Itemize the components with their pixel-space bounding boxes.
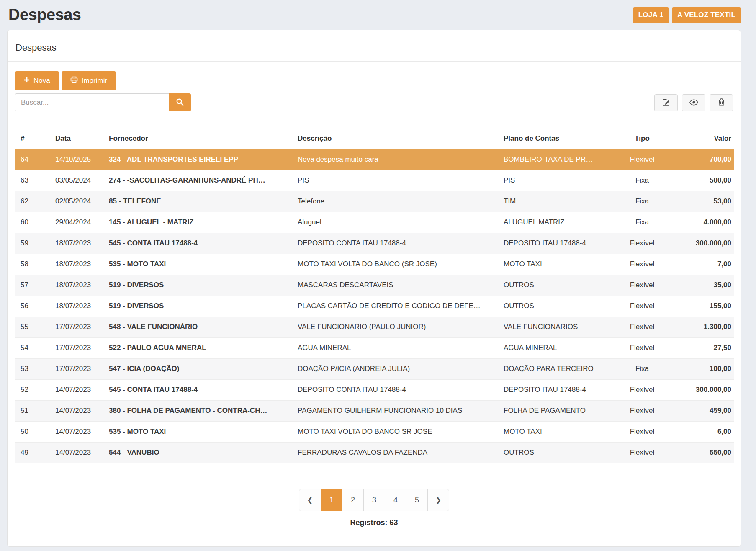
- page-button-2[interactable]: 2: [342, 489, 363, 511]
- cell-valor: 1.300,00: [667, 317, 734, 337]
- table-row[interactable]: 5114/07/2023380 - FOLHA DE PAGAMENTO - C…: [15, 400, 734, 421]
- col-header-tipo[interactable]: Tipo: [617, 128, 667, 149]
- delete-button[interactable]: [710, 94, 733, 111]
- cell-data: 18/07/2023: [52, 254, 105, 275]
- table-row[interactable]: 5918/07/2023545 - CONTA ITAU 17488-4DEPO…: [15, 233, 734, 254]
- cell-data: 14/07/2023: [52, 421, 105, 442]
- edit-button[interactable]: [654, 94, 678, 111]
- cell-plano: ALUGUEL MATRIZ: [500, 212, 617, 233]
- controls-row: [15, 93, 733, 111]
- cell-plano: AGUA MINERAL: [500, 337, 617, 358]
- cell-descricao: PIS: [294, 170, 500, 191]
- cell-descricao: MOTO TAXI VOLTA DO BANCO (SR JOSE): [294, 254, 500, 275]
- cell-tipo: Flexível: [617, 421, 667, 442]
- cell-fornecedor: 547 - ICIA (DOAÇÃO): [105, 358, 294, 379]
- cell-plano: FOLHA DE PAGAMENTO: [500, 400, 617, 421]
- cell-tipo: Flexível: [617, 317, 667, 337]
- page-button-3[interactable]: 3: [363, 489, 385, 511]
- plus-icon: [24, 77, 30, 85]
- col-header-plano[interactable]: Plano de Contas: [500, 128, 617, 149]
- cell-plano: TIM: [500, 191, 617, 212]
- cell-id: 56: [15, 296, 52, 317]
- search-group: [15, 93, 191, 111]
- table-row[interactable]: 6303/05/2024274 - -SACOLITAS-GARANHUNS-A…: [15, 170, 734, 191]
- company-badge[interactable]: A VELOZ TEXTIL: [672, 7, 741, 23]
- nova-button[interactable]: Nova: [15, 71, 59, 90]
- cell-fornecedor: 522 - PAULO AGUA MNERAL: [105, 337, 294, 358]
- cell-data: 14/07/2023: [52, 379, 105, 400]
- next-page-button[interactable]: ❯: [427, 489, 449, 511]
- table-row[interactable]: 6202/05/202485 - TELEFONETelefoneTIMFixa…: [15, 191, 734, 212]
- chevron-left-icon: ❮: [307, 496, 313, 504]
- table-row[interactable]: 5014/07/2023535 - MOTO TAXIMOTO TAXI VOL…: [15, 421, 734, 442]
- cell-tipo: Flexível: [617, 296, 667, 317]
- cell-data: 14/10/2025: [52, 149, 105, 170]
- printer-icon: [70, 76, 78, 85]
- table-row[interactable]: 5618/07/2023519 - DIVERSOSPLACAS CARTÃO …: [15, 296, 734, 317]
- cell-descricao: MOTO TAXI VOLTA DO BANCO SR JOSE: [294, 421, 500, 442]
- cell-valor: 27,50: [667, 337, 734, 358]
- cell-fornecedor: 545 - CONTA ITAU 17488-4: [105, 379, 294, 400]
- cell-data: 17/07/2023: [52, 317, 105, 337]
- view-button[interactable]: [682, 94, 705, 111]
- cell-fornecedor: 85 - TELEFONE: [105, 191, 294, 212]
- cell-id: 50: [15, 421, 52, 442]
- cell-data: 02/05/2024: [52, 191, 105, 212]
- toolbar: Nova Imprimir: [15, 71, 733, 90]
- cell-descricao: Nova despesa muito cara: [294, 149, 500, 170]
- cell-fornecedor: 145 - ALUGUEL - MATRIZ: [105, 212, 294, 233]
- table-row[interactable]: 5818/07/2023535 - MOTO TAXIMOTO TAXI VOL…: [15, 254, 734, 275]
- cell-valor: 4.000,00: [667, 212, 734, 233]
- table-row[interactable]: 5417/07/2023522 - PAULO AGUA MNERALAGUA …: [15, 337, 734, 358]
- cell-id: 52: [15, 379, 52, 400]
- col-header-valor[interactable]: Valor: [667, 128, 734, 149]
- expenses-panel: Despesas Nova Imprimir: [7, 30, 741, 547]
- cell-data: 18/07/2023: [52, 275, 105, 296]
- cell-valor: 459,00: [667, 400, 734, 421]
- table-row[interactable]: 5517/07/2023548 - VALE FUNCIONÁRIOVALE F…: [15, 317, 734, 337]
- cell-fornecedor: 548 - VALE FUNCIONÁRIO: [105, 317, 294, 337]
- page-button-5[interactable]: 5: [406, 489, 427, 511]
- imprimir-button[interactable]: Imprimir: [62, 71, 116, 90]
- cell-plano: OUTROS: [500, 442, 617, 463]
- table-row[interactable]: 5718/07/2023519 - DIVERSOSMASCARAS DESCA…: [15, 275, 734, 296]
- cell-fornecedor: 544 - VANUBIO: [105, 442, 294, 463]
- cell-plano: DOAÇÃO PARA TERCEIRO: [500, 358, 617, 379]
- cell-id: 53: [15, 358, 52, 379]
- cell-data: 03/05/2024: [52, 170, 105, 191]
- cell-tipo: Fixa: [617, 191, 667, 212]
- cell-plano: MOTO TAXI: [500, 421, 617, 442]
- cell-fornecedor: 519 - DIVERSOS: [105, 296, 294, 317]
- cell-plano: OUTROS: [500, 296, 617, 317]
- search-button[interactable]: [169, 93, 191, 111]
- table-row[interactable]: 5317/07/2023547 - ICIA (DOAÇÃO)DOAÇÃO P/…: [15, 358, 734, 379]
- cell-id: 49: [15, 442, 52, 463]
- table-row[interactable]: 6414/10/2025324 - ADL TRANSPORTES EIRELI…: [15, 149, 734, 170]
- table-header-row: # Data Fornecedor Descrição Plano de Con…: [15, 128, 734, 149]
- cell-valor: 300.000,00: [667, 233, 734, 254]
- trash-icon: [718, 98, 725, 107]
- page-button-1[interactable]: 1: [321, 489, 342, 511]
- cell-descricao: DOAÇÃO P/ICIA (ANDREIA JULIA): [294, 358, 500, 379]
- col-header-data[interactable]: Data: [52, 128, 105, 149]
- table-row[interactable]: 6029/04/2024145 - ALUGUEL - MATRIZAlugue…: [15, 212, 734, 233]
- page-button-4[interactable]: 4: [385, 489, 406, 511]
- pagination: ❮ 1 2 3 4 5 ❯: [299, 489, 449, 511]
- cell-valor: 700,00: [667, 149, 734, 170]
- prev-page-button[interactable]: ❮: [299, 489, 321, 511]
- col-header-id[interactable]: #: [15, 128, 52, 149]
- col-header-descricao[interactable]: Descrição: [294, 128, 500, 149]
- table-row[interactable]: 4914/07/2023544 - VANUBIOFERRADURAS CAVA…: [15, 442, 734, 463]
- col-header-fornecedor[interactable]: Fornecedor: [105, 128, 294, 149]
- store-badge[interactable]: LOJA 1: [633, 7, 669, 23]
- table-row[interactable]: 5214/07/2023545 - CONTA ITAU 17488-4DEPO…: [15, 379, 734, 400]
- cell-data: 14/07/2023: [52, 400, 105, 421]
- search-input[interactable]: [15, 93, 169, 111]
- cell-fornecedor: 535 - MOTO TAXI: [105, 421, 294, 442]
- cell-descricao: FERRADURAS CAVALOS DA FAZENDA: [294, 442, 500, 463]
- cell-valor: 7,00: [667, 254, 734, 275]
- pagination-area: ❮ 1 2 3 4 5 ❯ Registros: 63: [15, 489, 733, 527]
- cell-valor: 500,00: [667, 170, 734, 191]
- cell-plano: DEPOSITO ITAU 17488-4: [500, 233, 617, 254]
- cell-descricao: PAGAMENTO GUILHERM FUNCIONARIO 10 DIAS: [294, 400, 500, 421]
